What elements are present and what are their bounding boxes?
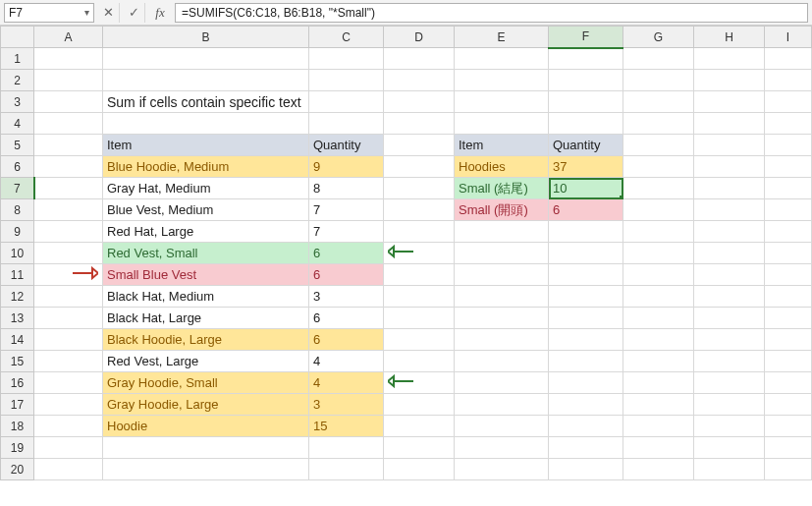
cell-A14[interactable] bbox=[34, 329, 103, 351]
cell-E3[interactable] bbox=[455, 91, 549, 113]
cell-A8[interactable] bbox=[34, 199, 103, 221]
cell-A7[interactable] bbox=[34, 178, 103, 199]
cell-C2[interactable] bbox=[309, 70, 384, 91]
cell-H14[interactable] bbox=[694, 329, 765, 351]
cell-A4[interactable] bbox=[34, 113, 103, 135]
row-header-18[interactable]: 18 bbox=[1, 416, 34, 437]
cell-I6[interactable] bbox=[765, 156, 812, 178]
cell-I18[interactable] bbox=[765, 416, 812, 437]
cancel-button[interactable]: ✕ bbox=[98, 3, 120, 23]
cell-A11[interactable] bbox=[34, 264, 103, 286]
cell-D8[interactable] bbox=[384, 199, 455, 221]
cell-A18[interactable] bbox=[34, 416, 103, 437]
row-header-12[interactable]: 12 bbox=[1, 286, 34, 308]
cell-H3[interactable] bbox=[694, 91, 765, 113]
cell-C15[interactable]: 4 bbox=[309, 351, 384, 372]
cell-I20[interactable] bbox=[765, 459, 812, 480]
row-header-11[interactable]: 11 bbox=[1, 264, 34, 286]
cell-G17[interactable] bbox=[623, 394, 694, 416]
cell-D15[interactable] bbox=[384, 351, 455, 372]
cell-F11[interactable] bbox=[549, 264, 623, 286]
cell-G12[interactable] bbox=[623, 286, 694, 308]
row-header-9[interactable]: 9 bbox=[1, 221, 34, 243]
cell-B13[interactable]: Black Hat, Large bbox=[103, 308, 309, 329]
row-header-19[interactable]: 19 bbox=[1, 437, 34, 459]
cell-H8[interactable] bbox=[694, 199, 765, 221]
cell-B7[interactable]: Gray Hat, Medium bbox=[103, 178, 309, 199]
cell-F6[interactable]: 37 bbox=[549, 156, 623, 178]
cell-B14[interactable]: Black Hoodie, Large bbox=[103, 329, 309, 351]
cell-C6[interactable]: 9 bbox=[309, 156, 384, 178]
cell-G19[interactable] bbox=[623, 437, 694, 459]
cell-H6[interactable] bbox=[694, 156, 765, 178]
cell-F18[interactable] bbox=[549, 416, 623, 437]
cell-H4[interactable] bbox=[694, 113, 765, 135]
row-header-13[interactable]: 13 bbox=[1, 308, 34, 329]
cell-C4[interactable] bbox=[309, 113, 384, 135]
cell-C14[interactable]: 6 bbox=[309, 329, 384, 351]
cell-H16[interactable] bbox=[694, 372, 765, 394]
column-header-D[interactable]: D bbox=[384, 27, 455, 48]
cell-E12[interactable] bbox=[455, 286, 549, 308]
cell-A5[interactable] bbox=[34, 135, 103, 156]
name-box[interactable]: F7 ▾ bbox=[4, 3, 94, 23]
cell-D5[interactable] bbox=[384, 135, 455, 156]
cell-E18[interactable] bbox=[455, 416, 549, 437]
column-header-G[interactable]: G bbox=[623, 27, 694, 48]
cell-I14[interactable] bbox=[765, 329, 812, 351]
cell-A1[interactable] bbox=[34, 48, 103, 70]
cell-C10[interactable]: 6 bbox=[309, 243, 384, 264]
cell-E9[interactable] bbox=[455, 221, 549, 243]
cell-B12[interactable]: Black Hat, Medium bbox=[103, 286, 309, 308]
cell-F20[interactable] bbox=[549, 459, 623, 480]
cell-H11[interactable] bbox=[694, 264, 765, 286]
cell-H13[interactable] bbox=[694, 308, 765, 329]
cell-B2[interactable] bbox=[103, 70, 309, 91]
column-header-A[interactable]: A bbox=[34, 27, 103, 48]
cell-C1[interactable] bbox=[309, 48, 384, 70]
cell-G10[interactable] bbox=[623, 243, 694, 264]
cell-B20[interactable] bbox=[103, 459, 309, 480]
row-header-20[interactable]: 20 bbox=[1, 459, 34, 480]
cell-D2[interactable] bbox=[384, 70, 455, 91]
cell-B10[interactable]: Red Vest, Small bbox=[103, 243, 309, 264]
cell-F5[interactable]: Quantity bbox=[549, 135, 623, 156]
cell-G3[interactable] bbox=[623, 91, 694, 113]
cell-F7[interactable]: 10 bbox=[549, 178, 623, 199]
cell-I12[interactable] bbox=[765, 286, 812, 308]
cell-F3[interactable] bbox=[549, 91, 623, 113]
cell-G11[interactable] bbox=[623, 264, 694, 286]
cell-I4[interactable] bbox=[765, 113, 812, 135]
cell-B15[interactable]: Red Vest, Large bbox=[103, 351, 309, 372]
cell-D11[interactable] bbox=[384, 264, 455, 286]
cell-B9[interactable]: Red Hat, Large bbox=[103, 221, 309, 243]
cell-E20[interactable] bbox=[455, 459, 549, 480]
cell-E7[interactable]: Small (結尾) bbox=[455, 178, 549, 199]
cell-C16[interactable]: 4 bbox=[309, 372, 384, 394]
cell-A19[interactable] bbox=[34, 437, 103, 459]
column-header-I[interactable]: I bbox=[765, 27, 812, 48]
cell-D18[interactable] bbox=[384, 416, 455, 437]
cell-F17[interactable] bbox=[549, 394, 623, 416]
cell-A16[interactable] bbox=[34, 372, 103, 394]
cell-F1[interactable] bbox=[549, 48, 623, 70]
cell-D3[interactable] bbox=[384, 91, 455, 113]
column-header-F[interactable]: F bbox=[549, 27, 623, 48]
cell-H7[interactable] bbox=[694, 178, 765, 199]
cell-C9[interactable]: 7 bbox=[309, 221, 384, 243]
cell-E2[interactable] bbox=[455, 70, 549, 91]
cell-D1[interactable] bbox=[384, 48, 455, 70]
column-header-H[interactable]: H bbox=[694, 27, 765, 48]
column-header-E[interactable]: E bbox=[455, 27, 549, 48]
cell-A17[interactable] bbox=[34, 394, 103, 416]
cell-F13[interactable] bbox=[549, 308, 623, 329]
column-header-C[interactable]: C bbox=[309, 27, 384, 48]
row-header-15[interactable]: 15 bbox=[1, 351, 34, 372]
cell-G1[interactable] bbox=[623, 48, 694, 70]
cell-H18[interactable] bbox=[694, 416, 765, 437]
cell-E17[interactable] bbox=[455, 394, 549, 416]
cell-G18[interactable] bbox=[623, 416, 694, 437]
cell-D9[interactable] bbox=[384, 221, 455, 243]
cell-A3[interactable] bbox=[34, 91, 103, 113]
cell-C11[interactable]: 6 bbox=[309, 264, 384, 286]
